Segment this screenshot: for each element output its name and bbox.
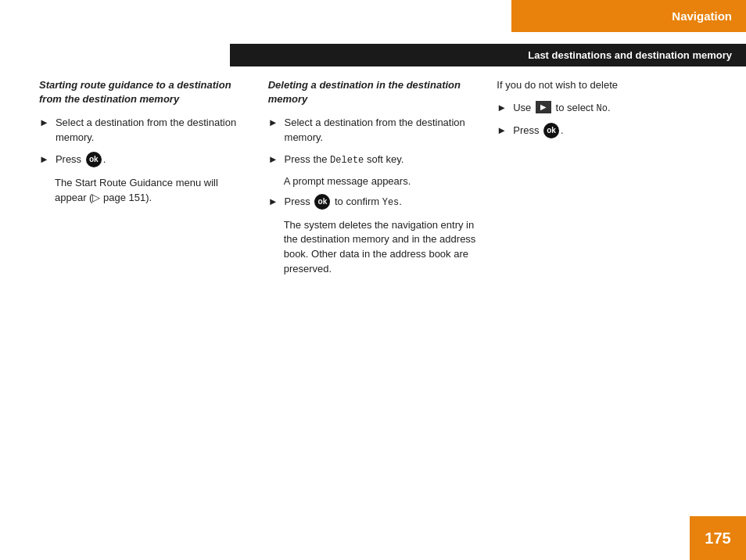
main-content: Starting route guidance to a destination… [39,78,707,513]
list-item: ► Press the Delete soft key. [268,153,479,167]
list-item: ► Select a destination from the destinat… [268,116,479,144]
col-start-route: Starting route guidance to a destination… [39,78,268,513]
bullet-text: Press the Delete soft key. [285,153,404,167]
col-delete-dest: Deleting a destination in the destinatio… [268,78,497,513]
ok-button-icon: ok [314,194,330,210]
bullet-arrow: ► [268,195,278,209]
col2-prompt: A prompt message appears. [284,175,479,187]
col-no-delete: If you do not wish to delete ► Use ▶ to … [497,78,707,513]
list-item: ► Press ok. [39,153,249,168]
col2-confirm-bullets: ► Press ok to confirm Yes. [268,195,479,210]
yes-code: Yes [382,197,400,208]
col2-title: Deleting a destination in the destinatio… [268,78,479,106]
col1-bullets: ► Select a destination from the destinat… [39,116,249,167]
col3-intro: If you do not wish to delete [497,78,707,93]
bullet-arrow: ► [39,116,49,130]
no-code: No [597,103,608,114]
bullet-arrow: ► [268,153,278,167]
bullet-arrow: ► [497,124,507,138]
delete-code: Delete [330,155,364,166]
ok-button-icon: ok [543,123,559,138]
navigation-tab: Navigation [511,0,746,32]
list-item: ► Press ok to confirm Yes. [268,195,479,210]
ok-button-icon: ok [86,152,102,167]
list-item: ► Use ▶ to select No. [497,101,707,116]
bullet-arrow: ► [39,153,49,167]
bullet-arrow: ► [268,116,278,130]
col2-bullets: ► Select a destination from the destinat… [268,116,479,167]
bullet-text: Select a destination from the destinatio… [285,116,479,144]
bullet-text: Use ▶ to select No. [513,101,610,116]
right-arrow-btn-icon: ▶ [536,101,551,113]
col2-system-note: The system deletes the navigation entry … [284,218,479,277]
bullet-text: Select a destination from the destinatio… [56,116,249,144]
col3-bullets: ► Use ▶ to select No. ► Press ok. [497,101,707,139]
bullet-arrow: ► [497,101,507,115]
col1-title: Starting route guidance to a destination… [39,78,249,106]
list-item: ► Select a destination from the destinat… [39,116,249,144]
list-item: ► Press ok. [497,124,707,139]
bullet-text: Press ok. [56,153,106,168]
page-number: 175 [690,516,746,560]
bullet-text: Press ok to confirm Yes. [285,195,402,210]
col1-note: The Start Route Guidance menu will appea… [55,176,249,206]
bullet-text: Press ok. [513,124,563,139]
section-header: Last destinations and destination memory [230,44,746,66]
